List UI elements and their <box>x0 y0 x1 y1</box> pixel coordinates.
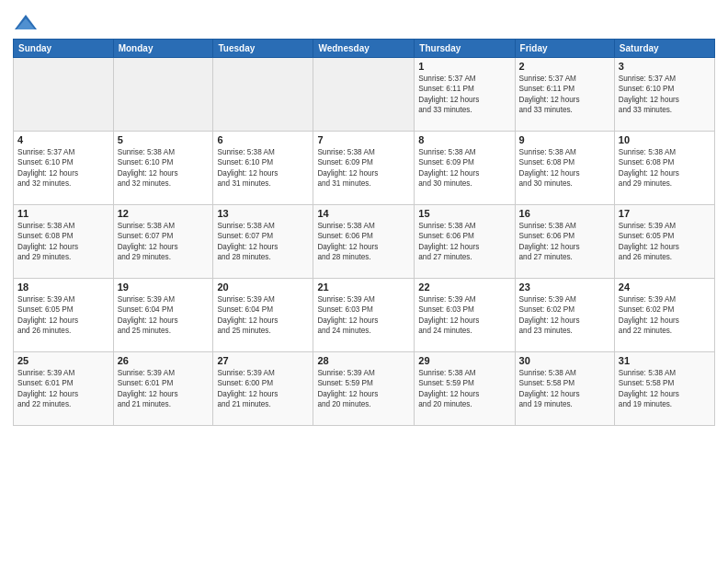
day-header-monday: Monday <box>113 40 213 58</box>
day-info: Sunrise: 5:39 AM Sunset: 6:05 PM Dayligh… <box>619 221 711 263</box>
calendar-cell: 30Sunrise: 5:38 AM Sunset: 5:58 PM Dayli… <box>515 352 614 426</box>
day-number: 13 <box>217 208 309 219</box>
calendar-cell: 17Sunrise: 5:39 AM Sunset: 6:05 PM Dayli… <box>614 205 714 279</box>
calendar-cell: 12Sunrise: 5:38 AM Sunset: 6:07 PM Dayli… <box>113 205 213 279</box>
calendar-cell: 29Sunrise: 5:38 AM Sunset: 5:59 PM Dayli… <box>415 352 515 426</box>
day-info: Sunrise: 5:39 AM Sunset: 6:04 PM Dayligh… <box>118 294 210 337</box>
calendar-cell: 9Sunrise: 5:38 AM Sunset: 6:08 PM Daylig… <box>515 132 614 205</box>
day-header-sunday: Sunday <box>14 40 114 58</box>
day-info: Sunrise: 5:39 AM Sunset: 6:04 PM Dayligh… <box>217 294 309 337</box>
day-info: Sunrise: 5:38 AM Sunset: 6:06 PM Dayligh… <box>317 221 410 263</box>
calendar-week-row: 18Sunrise: 5:39 AM Sunset: 6:05 PM Dayli… <box>14 279 715 352</box>
calendar-cell: 27Sunrise: 5:39 AM Sunset: 6:00 PM Dayli… <box>213 352 313 426</box>
calendar-week-row: 11Sunrise: 5:38 AM Sunset: 6:08 PM Dayli… <box>14 205 715 279</box>
day-number: 8 <box>418 134 510 145</box>
day-number: 17 <box>619 208 711 219</box>
day-header-thursday: Thursday <box>415 40 515 58</box>
calendar-cell: 8Sunrise: 5:38 AM Sunset: 6:09 PM Daylig… <box>415 132 515 205</box>
day-info: Sunrise: 5:39 AM Sunset: 6:03 PM Dayligh… <box>317 294 410 337</box>
day-header-friday: Friday <box>515 40 614 58</box>
calendar-cell: 2Sunrise: 5:37 AM Sunset: 6:11 PM Daylig… <box>515 58 614 132</box>
calendar-cell: 16Sunrise: 5:38 AM Sunset: 6:06 PM Dayli… <box>515 205 614 279</box>
day-number: 4 <box>17 134 109 145</box>
calendar-cell: 11Sunrise: 5:38 AM Sunset: 6:08 PM Dayli… <box>14 205 114 279</box>
page: SundayMondayTuesdayWednesdayThursdayFrid… <box>0 0 728 435</box>
day-info: Sunrise: 5:38 AM Sunset: 6:08 PM Dayligh… <box>17 221 109 263</box>
day-number: 22 <box>418 282 510 293</box>
day-info: Sunrise: 5:38 AM Sunset: 6:10 PM Dayligh… <box>118 147 210 190</box>
calendar-cell: 20Sunrise: 5:39 AM Sunset: 6:04 PM Dayli… <box>213 279 313 352</box>
day-header-tuesday: Tuesday <box>213 40 313 58</box>
day-info: Sunrise: 5:38 AM Sunset: 6:09 PM Dayligh… <box>317 147 410 190</box>
day-info: Sunrise: 5:39 AM Sunset: 6:03 PM Dayligh… <box>418 294 510 337</box>
calendar-cell <box>113 58 213 132</box>
calendar-cell <box>213 58 313 132</box>
calendar-table: SundayMondayTuesdayWednesdayThursdayFrid… <box>13 39 715 426</box>
day-number: 31 <box>619 355 711 366</box>
day-info: Sunrise: 5:38 AM Sunset: 6:07 PM Dayligh… <box>118 221 210 263</box>
day-number: 15 <box>418 208 510 219</box>
day-number: 30 <box>519 355 610 366</box>
calendar-cell: 6Sunrise: 5:38 AM Sunset: 6:10 PM Daylig… <box>213 132 313 205</box>
day-number: 3 <box>619 61 711 72</box>
calendar-cell: 25Sunrise: 5:39 AM Sunset: 6:01 PM Dayli… <box>14 352 114 426</box>
header <box>13 9 715 33</box>
day-info: Sunrise: 5:39 AM Sunset: 6:02 PM Dayligh… <box>619 294 711 337</box>
day-info: Sunrise: 5:39 AM Sunset: 6:05 PM Dayligh… <box>17 294 109 337</box>
day-info: Sunrise: 5:38 AM Sunset: 6:08 PM Dayligh… <box>619 147 711 190</box>
calendar-cell: 14Sunrise: 5:38 AM Sunset: 6:06 PM Dayli… <box>313 205 415 279</box>
day-info: Sunrise: 5:38 AM Sunset: 6:08 PM Dayligh… <box>519 147 610 190</box>
calendar-cell: 21Sunrise: 5:39 AM Sunset: 6:03 PM Dayli… <box>313 279 415 352</box>
day-info: Sunrise: 5:38 AM Sunset: 5:59 PM Dayligh… <box>418 368 510 410</box>
day-number: 1 <box>418 61 510 72</box>
day-number: 11 <box>17 208 109 219</box>
day-info: Sunrise: 5:37 AM Sunset: 6:11 PM Dayligh… <box>418 74 510 116</box>
calendar-cell: 18Sunrise: 5:39 AM Sunset: 6:05 PM Dayli… <box>14 279 114 352</box>
calendar-cell: 13Sunrise: 5:38 AM Sunset: 6:07 PM Dayli… <box>213 205 313 279</box>
day-info: Sunrise: 5:38 AM Sunset: 6:06 PM Dayligh… <box>519 221 610 263</box>
day-number: 25 <box>17 355 109 366</box>
day-number: 28 <box>317 355 410 366</box>
calendar-cell: 31Sunrise: 5:38 AM Sunset: 5:58 PM Dayli… <box>614 352 714 426</box>
calendar-cell: 28Sunrise: 5:39 AM Sunset: 5:59 PM Dayli… <box>313 352 415 426</box>
day-info: Sunrise: 5:38 AM Sunset: 5:58 PM Dayligh… <box>519 368 610 410</box>
calendar-cell: 5Sunrise: 5:38 AM Sunset: 6:10 PM Daylig… <box>113 132 213 205</box>
day-info: Sunrise: 5:38 AM Sunset: 6:06 PM Dayligh… <box>418 221 510 263</box>
day-header-saturday: Saturday <box>614 40 714 58</box>
calendar-cell <box>14 58 114 132</box>
day-info: Sunrise: 5:38 AM Sunset: 6:10 PM Dayligh… <box>217 147 309 190</box>
day-number: 29 <box>418 355 510 366</box>
calendar-cell: 24Sunrise: 5:39 AM Sunset: 6:02 PM Dayli… <box>614 279 714 352</box>
day-number: 10 <box>619 134 711 145</box>
calendar-cell <box>313 58 415 132</box>
day-number: 5 <box>118 134 210 145</box>
day-number: 9 <box>519 134 610 145</box>
calendar-cell: 1Sunrise: 5:37 AM Sunset: 6:11 PM Daylig… <box>415 58 515 132</box>
day-info: Sunrise: 5:38 AM Sunset: 5:58 PM Dayligh… <box>619 368 711 410</box>
day-info: Sunrise: 5:37 AM Sunset: 6:11 PM Dayligh… <box>519 74 610 116</box>
calendar-header-row: SundayMondayTuesdayWednesdayThursdayFrid… <box>14 40 715 58</box>
day-header-wednesday: Wednesday <box>313 40 415 58</box>
day-number: 23 <box>519 282 610 293</box>
calendar-cell: 7Sunrise: 5:38 AM Sunset: 6:09 PM Daylig… <box>313 132 415 205</box>
day-info: Sunrise: 5:39 AM Sunset: 6:02 PM Dayligh… <box>519 294 610 337</box>
calendar-week-row: 4Sunrise: 5:37 AM Sunset: 6:10 PM Daylig… <box>14 132 715 205</box>
day-number: 21 <box>317 282 410 293</box>
calendar-cell: 15Sunrise: 5:38 AM Sunset: 6:06 PM Dayli… <box>415 205 515 279</box>
day-info: Sunrise: 5:38 AM Sunset: 6:09 PM Dayligh… <box>418 147 510 190</box>
day-number: 24 <box>619 282 711 293</box>
calendar-cell: 19Sunrise: 5:39 AM Sunset: 6:04 PM Dayli… <box>113 279 213 352</box>
day-number: 16 <box>519 208 610 219</box>
day-number: 19 <box>118 282 210 293</box>
day-number: 18 <box>17 282 109 293</box>
day-info: Sunrise: 5:38 AM Sunset: 6:07 PM Dayligh… <box>217 221 309 263</box>
day-number: 14 <box>317 208 410 219</box>
logo-icon <box>13 13 39 33</box>
day-number: 2 <box>519 61 610 72</box>
calendar-cell: 22Sunrise: 5:39 AM Sunset: 6:03 PM Dayli… <box>415 279 515 352</box>
day-number: 12 <box>118 208 210 219</box>
day-info: Sunrise: 5:37 AM Sunset: 6:10 PM Dayligh… <box>619 74 711 116</box>
day-info: Sunrise: 5:39 AM Sunset: 5:59 PM Dayligh… <box>317 368 410 410</box>
day-info: Sunrise: 5:39 AM Sunset: 6:01 PM Dayligh… <box>17 368 109 410</box>
day-number: 6 <box>217 134 309 145</box>
